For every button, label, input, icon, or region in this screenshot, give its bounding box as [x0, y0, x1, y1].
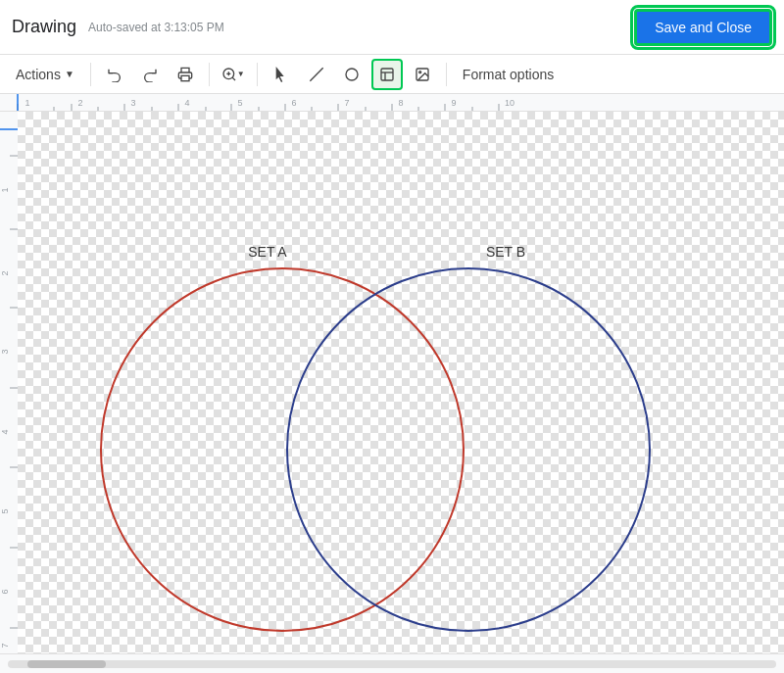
cursor-icon — [273, 67, 289, 82]
toolbar-separator-4 — [446, 63, 447, 86]
text-tool-button[interactable] — [371, 59, 403, 90]
svg-text:5: 5 — [0, 508, 10, 513]
svg-text:2: 2 — [77, 98, 82, 108]
image-icon — [415, 67, 430, 82]
zoom-button[interactable]: ▼ — [218, 59, 249, 90]
autosave-status: Auto-saved at 3:13:05 PM — [88, 21, 224, 34]
bottom-scrollbar — [0, 653, 784, 673]
save-and-close-button[interactable]: Save and Close — [634, 9, 772, 46]
ruler-top: 1 2 3 4 5 6 7 8 9 10 — [0, 94, 784, 112]
svg-text:2: 2 — [0, 270, 10, 275]
svg-line-2 — [232, 77, 235, 80]
svg-text:1: 1 — [0, 187, 10, 192]
format-options-button[interactable]: Format options — [455, 63, 562, 86]
svg-text:3: 3 — [130, 98, 135, 108]
toolbar-separator-1 — [90, 63, 91, 86]
select-tool-button[interactable] — [266, 59, 297, 90]
venn-diagram-svg: SET A SET B — [18, 112, 784, 653]
circle-icon — [344, 67, 360, 82]
line-tool-button[interactable] — [301, 59, 332, 90]
actions-menu-button[interactable]: Actions ▼ — [8, 63, 82, 86]
actions-label: Actions — [16, 67, 61, 82]
zoom-chevron-icon: ▼ — [237, 70, 245, 78]
svg-point-11 — [418, 71, 420, 72]
svg-rect-7 — [381, 69, 393, 80]
horizontal-scrollbar-thumb[interactable] — [27, 660, 106, 668]
svg-text:5: 5 — [237, 98, 242, 108]
app-title: Drawing — [12, 17, 76, 37]
svg-text:1: 1 — [24, 98, 29, 108]
horizontal-scrollbar-track[interactable] — [8, 660, 776, 668]
set-a-label: SET A — [248, 244, 287, 260]
redo-button[interactable] — [134, 59, 166, 90]
ruler-left: 1 2 3 4 5 6 7 — [0, 112, 18, 653]
image-tool-button[interactable] — [407, 59, 438, 90]
undo-button[interactable] — [99, 59, 130, 90]
print-button[interactable] — [170, 59, 201, 90]
circle-a[interactable] — [101, 268, 464, 631]
svg-text:4: 4 — [0, 429, 10, 434]
text-box-icon — [379, 67, 395, 82]
undo-icon — [107, 67, 122, 82]
drawing-canvas[interactable]: SET A SET B — [18, 112, 784, 653]
main-area: 1 2 3 4 5 6 7 SET A SET B — [0, 112, 784, 653]
toolbar-separator-3 — [257, 63, 258, 86]
actions-chevron-icon: ▼ — [65, 69, 74, 79]
circle-b[interactable] — [287, 268, 650, 631]
zoom-icon — [221, 67, 237, 82]
redo-icon — [142, 67, 158, 82]
svg-point-6 — [346, 69, 358, 80]
header-left: Drawing Auto-saved at 3:13:05 PM — [12, 17, 224, 37]
svg-text:7: 7 — [344, 98, 349, 108]
svg-text:10: 10 — [505, 98, 514, 108]
svg-text:4: 4 — [184, 98, 189, 108]
svg-text:6: 6 — [0, 589, 10, 594]
svg-text:7: 7 — [0, 643, 10, 648]
app-header: Drawing Auto-saved at 3:13:05 PM Save an… — [0, 0, 784, 55]
svg-line-5 — [310, 68, 322, 80]
svg-text:8: 8 — [398, 98, 403, 108]
line-icon — [309, 67, 324, 82]
svg-text:6: 6 — [291, 98, 296, 108]
print-icon — [177, 67, 193, 82]
toolbar-separator-2 — [209, 63, 210, 86]
set-b-label: SET B — [486, 244, 525, 260]
svg-text:9: 9 — [451, 98, 456, 108]
toolbar: Actions ▼ ▼ — [0, 55, 784, 94]
shape-tool-button[interactable] — [336, 59, 368, 90]
svg-rect-0 — [181, 75, 189, 80]
svg-text:3: 3 — [0, 349, 10, 354]
